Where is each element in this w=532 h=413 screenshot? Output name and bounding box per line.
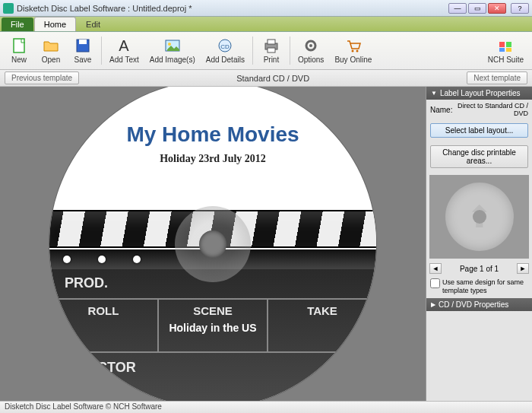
scene-header: SCENE <box>159 304 267 317</box>
clap-scene-cell: SCENE Holiday in the US <box>159 300 268 351</box>
scene-value[interactable]: Holiday in the US <box>159 322 267 335</box>
template-name: Standard CD / DVD <box>79 74 467 83</box>
new-button[interactable]: New <box>4 33 34 68</box>
save-label: Save <box>74 56 92 64</box>
properties-panel: ▼ Label Layout Properties Name: Direct t… <box>426 87 532 401</box>
page-indicator: Page 1 of 1 <box>460 265 499 273</box>
svg-text:A: A <box>119 37 130 54</box>
buy-online-label: Buy Online <box>334 56 372 64</box>
svg-text:CD: CD <box>221 43 230 50</box>
select-label-layout-button[interactable]: Select label layout... <box>430 123 528 138</box>
page-navigator: ◄ Page 1 of 1 ► <box>426 262 532 275</box>
nch-suite-label: NCH Suite <box>488 56 524 64</box>
svg-rect-10 <box>268 48 275 52</box>
chevron-right-icon: ▶ <box>431 301 435 308</box>
window-titlebar: Disketch Disc Label Software : Untitled.… <box>0 0 532 17</box>
label-layout-title: Label Layout Properties <box>440 89 521 97</box>
cd-dvd-properties-header[interactable]: ▶ CD / DVD Properties <box>426 298 532 311</box>
text-icon: A <box>116 37 132 54</box>
save-button[interactable]: Save <box>68 33 98 68</box>
hinge-dot-icon <box>98 256 106 263</box>
status-text: Disketch Disc Label Software © NCH Softw… <box>5 402 162 411</box>
new-icon <box>11 37 27 54</box>
print-icon <box>263 37 280 54</box>
clap-roll-cell: ROLL <box>49 300 159 351</box>
name-label: Name: <box>430 106 452 114</box>
svg-rect-2 <box>79 40 87 44</box>
name-value: Direct to Standard CD / DVD <box>455 102 528 117</box>
add-details-button[interactable]: CD Add Details <box>201 33 249 68</box>
menu-home[interactable]: Home <box>34 17 76 31</box>
buy-online-button[interactable]: Buy Online <box>330 33 376 68</box>
maximize-button[interactable]: ▭ <box>468 3 486 14</box>
chevron-down-icon: ▼ <box>431 90 437 97</box>
clap-take-cell: TAKE <box>268 300 376 351</box>
minimize-button[interactable]: — <box>448 3 467 14</box>
preview-hole-icon <box>473 210 486 224</box>
cd-dvd-properties-title: CD / DVD Properties <box>439 300 508 309</box>
disc-label[interactable]: My Home Movies Holiday 23rd July 2012 PR… <box>49 87 376 401</box>
print-label: Print <box>264 56 280 64</box>
disc-title-text[interactable]: My Home Movies <box>49 122 376 147</box>
options-label: Options <box>298 56 324 64</box>
svg-point-5 <box>168 43 171 46</box>
hinge-dot-icon <box>63 256 71 263</box>
layout-preview: ⬆ <box>429 175 529 259</box>
toolbar-spacer <box>378 33 481 68</box>
design-canvas[interactable]: My Home Movies Holiday 23rd July 2012 PR… <box>0 87 426 401</box>
print-button[interactable]: Print <box>256 33 287 68</box>
preview-disc-icon: ⬆ <box>445 183 514 251</box>
nch-suite-button[interactable]: NCH Suite <box>483 33 528 68</box>
clapboard-body: PROD. ROLL SCENE Holiday in the US TAKE <box>49 269 376 402</box>
next-page-button[interactable]: ► <box>517 263 529 274</box>
menu-file[interactable]: File <box>2 17 33 31</box>
add-images-label: Add Image(s) <box>150 56 195 64</box>
add-text-label: Add Text <box>109 56 139 64</box>
svg-point-12 <box>309 44 312 47</box>
window-title: Disketch Disc Label Software : Untitled.… <box>17 4 447 13</box>
open-button[interactable]: Open <box>36 33 66 68</box>
save-icon <box>74 37 91 54</box>
same-design-row[interactable]: Use same design for same template types <box>426 275 532 298</box>
prev-page-button[interactable]: ◄ <box>429 263 442 274</box>
label-layout-header[interactable]: ▼ Label Layout Properties <box>426 87 532 100</box>
status-bar: Disketch Disc Label Software © NCH Softw… <box>0 401 532 413</box>
add-images-button[interactable]: Add Image(s) <box>145 33 200 68</box>
clap-columns: ROLL SCENE Holiday in the US TAKE <box>49 300 376 353</box>
same-design-checkbox[interactable] <box>430 278 440 288</box>
svg-point-14 <box>356 50 358 52</box>
options-button[interactable]: Options <box>293 33 328 68</box>
close-button[interactable]: ✕ <box>488 3 506 14</box>
help-button[interactable]: ? <box>511 3 529 14</box>
next-template-button[interactable]: Next template <box>467 71 527 84</box>
disc-center-hole <box>199 230 226 258</box>
disc-subtitle-text[interactable]: Holiday 23rd July 2012 <box>49 153 376 165</box>
svg-rect-15 <box>499 42 505 47</box>
take-header: TAKE <box>268 304 376 317</box>
suite-icon <box>497 37 514 54</box>
name-row: Name: Direct to Standard CD / DVD <box>426 100 532 119</box>
svg-rect-16 <box>506 42 511 47</box>
open-label: Open <box>42 56 60 64</box>
clap-director-label: DIRECTOR <box>49 353 376 383</box>
toolbar: New Open Save A Add Text Add Image(s) CD… <box>0 32 532 70</box>
menu-edit[interactable]: Edit <box>77 17 109 31</box>
gear-icon <box>302 37 319 54</box>
svg-rect-17 <box>499 48 505 52</box>
svg-rect-9 <box>268 40 275 44</box>
hinge-dot-icon <box>133 256 141 263</box>
change-printable-areas-button[interactable]: Change disc printable areas... <box>430 145 528 168</box>
cart-icon <box>345 37 362 54</box>
svg-point-13 <box>351 50 353 52</box>
previous-template-button[interactable]: Previous template <box>5 71 79 84</box>
template-bar: Previous template Standard CD / DVD Next… <box>0 70 532 87</box>
app-icon <box>3 3 14 14</box>
image-icon <box>164 37 181 54</box>
svg-rect-18 <box>506 48 511 52</box>
open-icon <box>43 37 59 54</box>
main-area: My Home Movies Holiday 23rd July 2012 PR… <box>0 87 532 401</box>
add-details-label: Add Details <box>206 56 245 64</box>
same-design-label: Use same design for same template types <box>442 278 528 295</box>
roll-header: ROLL <box>49 304 157 317</box>
add-text-button[interactable]: A Add Text <box>105 33 144 68</box>
